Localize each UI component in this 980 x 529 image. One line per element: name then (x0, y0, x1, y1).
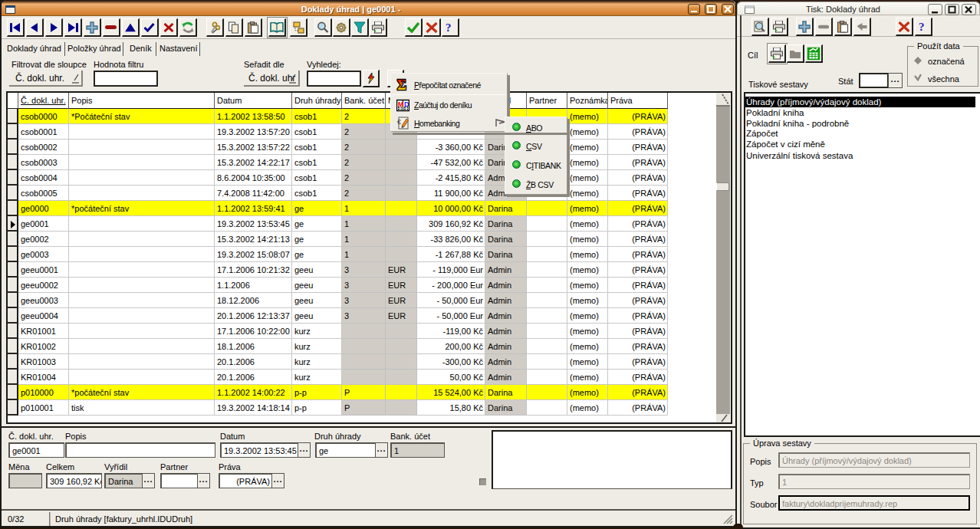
svg-text:€: € (397, 118, 401, 126)
svg-text:?: ? (919, 21, 925, 33)
svg-text:D: D (404, 100, 409, 108)
svg-text:Σ: Σ (397, 77, 406, 92)
svg-text:?: ? (446, 21, 452, 34)
svg-text:M: M (398, 100, 403, 108)
